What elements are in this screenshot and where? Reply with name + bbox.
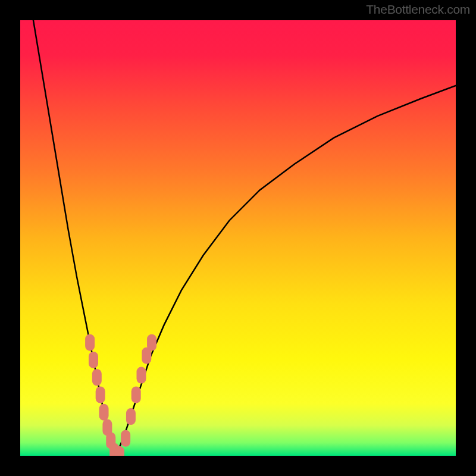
marker-0 [85,334,95,351]
plot-area [20,20,456,456]
marker-10 [126,408,136,425]
chart-container: TheBottleneck.com [0,0,476,476]
plot-svg [20,20,456,456]
plot-background [20,20,456,456]
marker-3 [96,387,105,403]
marker-4 [99,404,109,421]
attribution-label: TheBottleneck.com [366,2,470,17]
marker-11 [131,387,141,403]
marker-2 [92,369,102,386]
marker-12 [137,367,146,384]
marker-1 [89,352,98,368]
marker-8 [115,446,124,456]
marker-9 [121,430,130,447]
marker-14 [147,334,156,351]
